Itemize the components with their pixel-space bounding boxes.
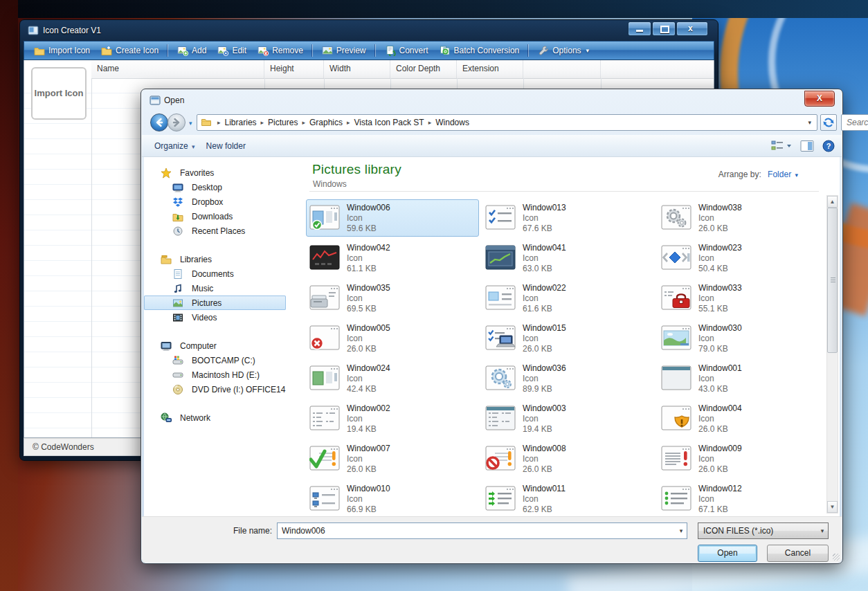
file-name: Window006 [347, 203, 390, 212]
file-item-window022[interactable]: Window022Icon61.6 KB [482, 280, 655, 317]
nav-item-network[interactable]: Network [144, 410, 302, 425]
file-item-window004[interactable]: Window004Icon26.0 KB [658, 400, 831, 437]
breadcrumb-item-windows[interactable]: Windows [435, 118, 469, 127]
file-item-window013[interactable]: Window013Icon67.6 KB [482, 199, 655, 237]
nav-item-favorites[interactable]: Favorites [144, 165, 302, 180]
resize-grip-icon[interactable] [833, 554, 840, 561]
nav-item-dropbox[interactable]: Dropbox [144, 194, 302, 209]
minimize-button[interactable] [628, 21, 651, 36]
file-size: 19.4 KB [523, 424, 552, 434]
open-button[interactable]: Open [698, 545, 757, 562]
nav-item-computer[interactable]: Computer [144, 338, 302, 353]
import-icon-dropzone[interactable]: Import Icon [31, 67, 87, 120]
file-item-window007[interactable]: Window007Icon26.0 KB [306, 440, 479, 478]
toolbar-button-edit[interactable]: Edit [212, 43, 252, 58]
toolbar-button-batch-conversion[interactable]: Batch Conversion [434, 43, 525, 58]
file-item-window030[interactable]: Window030Icon79.0 KB [658, 320, 831, 357]
toolbar-button-add[interactable]: Add [172, 43, 212, 58]
breadcrumb-item-pictures[interactable]: Pictures [268, 118, 298, 127]
file-item-window010[interactable]: Window010Icon66.9 KB [306, 480, 479, 518]
refresh-button[interactable] [820, 114, 837, 131]
dialog-close-button[interactable]: X [804, 91, 835, 107]
file-item-window008[interactable]: Window008Icon26.0 KB [482, 440, 655, 478]
nav-item-label: Favorites [180, 168, 214, 178]
desktop-icon [172, 182, 188, 193]
search-input[interactable] [842, 118, 868, 127]
breadcrumb-item-vista-icon-pack-st[interactable]: Vista Icon Pack ST [354, 118, 424, 127]
file-item-window042[interactable]: Window042Icon61.1 KB [306, 239, 479, 277]
file-item-window001[interactable]: Window001Icon43.0 KB [658, 360, 831, 397]
file-item-window041[interactable]: Window041Icon63.0 KB [482, 239, 655, 277]
libraries-icon [161, 254, 176, 265]
file-item-window003[interactable]: Window003Icon19.4 KB [482, 400, 655, 437]
breadcrumb-item-libraries[interactable]: Libraries [225, 118, 257, 127]
scroll-thumb[interactable] [827, 208, 838, 353]
file-size: 79.0 KB [698, 344, 728, 354]
file-grid: Window006Icon59.6 KBWindow042Icon61.1 KB… [304, 199, 824, 516]
toolbar-button-remove[interactable]: Remove [252, 43, 309, 58]
nav-item-videos[interactable]: Videos [144, 310, 302, 325]
nav-item-label: Videos [192, 313, 217, 322]
cancel-button[interactable]: Cancel [767, 545, 829, 562]
toolbar-button-import-icon[interactable]: Import Icon [28, 43, 96, 58]
file-name-input[interactable] [278, 525, 676, 536]
column-header-height[interactable]: Height [264, 60, 324, 78]
toolbar-button-create-icon[interactable]: Create Icon [96, 43, 164, 58]
nav-item-music[interactable]: Music [144, 281, 302, 296]
scroll-down-button[interactable]: ▼ [827, 501, 838, 513]
column-header-name[interactable]: Name [91, 60, 264, 78]
toolbar-button-options[interactable]: Options▾ [532, 43, 595, 58]
icon-creator-titlebar[interactable]: Icon Creator V1 x [20, 20, 718, 41]
nav-item-downloads[interactable]: Downloads [144, 209, 302, 224]
breadcrumb-dropdown-icon[interactable]: ▾ [808, 119, 817, 126]
back-button[interactable] [150, 113, 168, 131]
file-item-window036[interactable]: Window036Icon89.9 KB [482, 360, 655, 397]
nav-item-libraries[interactable]: Libraries [144, 252, 302, 266]
toolbar-button-convert[interactable]: Convert [379, 43, 434, 58]
views-button[interactable] [771, 140, 792, 152]
file-size: 67.6 KB [523, 224, 552, 233]
file-item-window006[interactable]: Window006Icon59.6 KB [306, 199, 479, 237]
file-item-window015[interactable]: Window015Icon26.0 KB [482, 320, 655, 357]
help-button[interactable]: ? [822, 140, 835, 152]
arrange-by-value[interactable]: Folder ▾ [768, 170, 798, 179]
nav-item-dvd-drive-i-office14[interactable]: DVD Drive (I:) OFFICE14 [144, 382, 302, 397]
file-item-window035[interactable]: Window035Icon69.5 KB [306, 280, 479, 317]
file-item-window011[interactable]: Window011Icon62.9 KB [482, 480, 655, 518]
column-header-width[interactable]: Width [324, 60, 390, 78]
file-item-window002[interactable]: Window002Icon19.4 KB [306, 400, 479, 437]
file-item-window005[interactable]: Window005Icon26.0 KB [306, 320, 479, 357]
file-item-window038[interactable]: Window038Icon26.0 KB [658, 199, 831, 237]
nav-item-recent-places[interactable]: Recent Places [144, 224, 302, 238]
column-header-blank[interactable] [523, 60, 601, 78]
file-item-window012[interactable]: Window012Icon67.1 KB [658, 480, 831, 518]
recent-pages-chevron[interactable]: ▾ [189, 120, 192, 127]
file-type-combo[interactable]: ICON FILES (*.ico) ▾ [698, 522, 829, 539]
nav-item-bootcamp-c-[interactable]: BOOTCAMP (C:) [144, 353, 302, 367]
maximize-button[interactable] [652, 21, 676, 36]
close-button[interactable]: x [676, 21, 708, 36]
preview-pane-button[interactable] [800, 140, 814, 152]
file-item-window024[interactable]: Window024Icon42.4 KB [306, 360, 479, 397]
organize-button[interactable]: Organize ▾ [149, 138, 201, 154]
scroll-up-button[interactable]: ▲ [827, 196, 838, 208]
toolbar-button-preview[interactable]: Preview [316, 43, 372, 58]
nav-item-desktop[interactable]: Desktop [144, 180, 302, 194]
window-block-warning-icon [485, 446, 516, 473]
column-header-extension[interactable]: Extension [457, 60, 523, 78]
toolbar-button-label: Options [552, 46, 581, 55]
nav-item-documents[interactable]: Documents [144, 266, 302, 281]
file-size: 43.0 KB [698, 384, 728, 394]
nav-item-macintosh-hd-e-[interactable]: Macintosh HD (E:) [144, 367, 302, 382]
window-shield-warning-icon [661, 406, 691, 433]
file-name-dropdown-icon[interactable]: ▾ [676, 527, 687, 534]
file-item-window009[interactable]: Window009Icon26.0 KB [658, 440, 831, 478]
file-item-window033[interactable]: Window033Icon55.1 KB [658, 280, 831, 317]
column-header-color-depth[interactable]: Color Depth [390, 60, 457, 78]
new-folder-button[interactable]: New folder [201, 138, 251, 154]
scrollbar[interactable]: ▲ ▼ [826, 195, 838, 513]
breadcrumb-item-graphics[interactable]: Graphics [309, 118, 343, 127]
file-item-window023[interactable]: Window023Icon50.4 KB [658, 239, 831, 277]
nav-item-pictures[interactable]: Pictures [144, 296, 286, 310]
forward-button[interactable] [168, 113, 186, 131]
